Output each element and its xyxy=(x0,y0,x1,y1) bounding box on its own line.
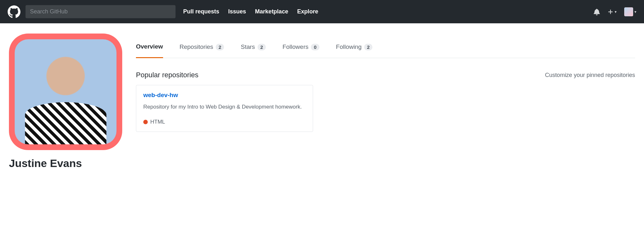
nav-explore[interactable]: Explore xyxy=(297,8,318,15)
tab-overview[interactable]: Overview xyxy=(136,43,163,58)
tab-count: 0 xyxy=(311,44,319,50)
tab-label: Following xyxy=(336,43,362,50)
chevron-down-icon: ▾ xyxy=(615,10,617,14)
create-new-button[interactable]: ▾ xyxy=(608,9,617,15)
tab-repositories[interactable]: Repositories 2 xyxy=(180,43,224,58)
avatar-thumbnail xyxy=(624,7,633,16)
avatar-frame xyxy=(9,34,122,150)
notifications-button[interactable] xyxy=(594,8,600,15)
tab-label: Stars xyxy=(241,43,255,50)
repo-language: HTML xyxy=(143,119,306,125)
bell-icon xyxy=(594,8,600,15)
profile-name: Justine Evans xyxy=(9,157,127,170)
primary-nav: Pull requests Issues Marketplace Explore xyxy=(183,8,318,15)
search-input[interactable] xyxy=(26,5,176,18)
tab-count: 2 xyxy=(364,44,372,50)
repo-description: Repository for my Intro to Web Design & … xyxy=(143,103,306,111)
language-label: HTML xyxy=(150,119,165,125)
profile-tabs: Overview Repositories 2 Stars 2 Follower… xyxy=(136,34,635,58)
tab-count: 2 xyxy=(216,44,224,50)
github-mark-icon xyxy=(8,5,20,18)
global-header: Pull requests Issues Marketplace Explore… xyxy=(0,0,644,23)
tab-label: Overview xyxy=(136,43,163,50)
profile-content: Overview Repositories 2 Stars 2 Follower… xyxy=(136,34,635,132)
user-menu-button[interactable]: ▾ xyxy=(624,7,636,16)
section-title: Popular repositories xyxy=(136,71,198,79)
main-content: Justine Evans Overview Repositories 2 St… xyxy=(0,23,644,180)
avatar-image[interactable] xyxy=(15,39,116,144)
profile-sidebar: Justine Evans xyxy=(9,34,127,170)
popular-repos-header: Popular repositories Customize your pinn… xyxy=(136,71,635,79)
repo-card: web-dev-hw Repository for my Intro to We… xyxy=(136,85,313,132)
tab-label: Repositories xyxy=(180,43,213,50)
tab-followers[interactable]: Followers 0 xyxy=(282,43,319,58)
github-logo[interactable] xyxy=(8,5,20,18)
nav-marketplace[interactable]: Marketplace xyxy=(255,8,288,15)
header-actions: ▾ ▾ xyxy=(594,7,636,16)
chevron-down-icon: ▾ xyxy=(634,10,636,14)
tab-following[interactable]: Following 2 xyxy=(336,43,373,58)
language-color-dot xyxy=(143,120,148,124)
plus-icon xyxy=(608,9,613,15)
nav-pull-requests[interactable]: Pull requests xyxy=(183,8,219,15)
customize-pinned-link[interactable]: Customize your pinned repositories xyxy=(545,72,635,79)
tab-count: 2 xyxy=(258,44,266,50)
repo-name-link[interactable]: web-dev-hw xyxy=(143,92,178,98)
nav-issues[interactable]: Issues xyxy=(228,8,246,15)
tab-label: Followers xyxy=(282,43,308,50)
tab-stars[interactable]: Stars 2 xyxy=(241,43,266,58)
